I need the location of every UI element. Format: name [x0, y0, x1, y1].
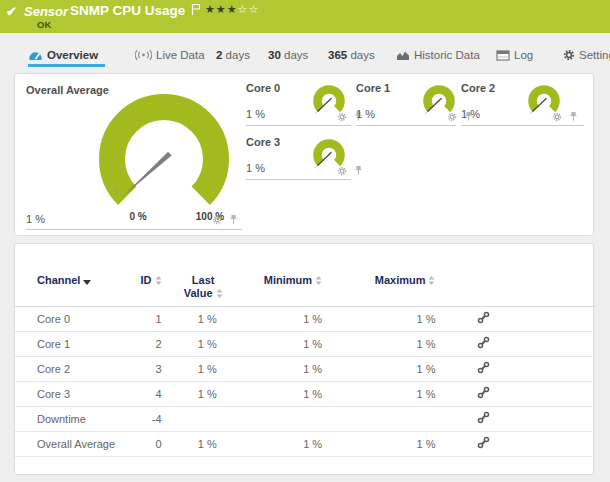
channel-maximum: 1 %: [336, 431, 449, 456]
sensor-status-badge: OK: [37, 19, 51, 30]
tab-30-days[interactable]: 30 days: [268, 49, 308, 61]
channel-last-value: 1 %: [176, 356, 231, 381]
status-ok-check-icon: ✔: [6, 4, 17, 19]
channel-name: Core 1: [15, 331, 125, 356]
priority-stars[interactable]: ★★★☆☆: [205, 3, 259, 16]
tab-live-data[interactable]: Live Data: [135, 49, 205, 61]
column-header-last-value[interactable]: Last Value: [176, 244, 231, 306]
gauge-value: 1 %: [246, 162, 265, 174]
channel-id: 1: [125, 306, 175, 331]
column-header-settings: [449, 244, 595, 306]
table-row-core-2: Core 2 3 1 % 1 % 1 %: [15, 356, 595, 381]
gauge-value: 1 %: [461, 108, 480, 120]
tab-365-days-number: 365: [328, 49, 347, 61]
tab-log-label: Log: [514, 49, 533, 61]
priority-stars-filled: ★★★: [205, 3, 238, 15]
tab-2-days-number: 2: [216, 49, 222, 61]
channel-minimum: 1 %: [231, 331, 336, 356]
column-header-id[interactable]: ID: [125, 244, 175, 306]
gear-icon: [563, 49, 575, 61]
tab-2-days[interactable]: 2 days: [216, 49, 250, 61]
gauge-cell-core-2: Core 2 1 %: [461, 82, 584, 126]
sensor-title: SNMP CPU Usage: [70, 3, 185, 18]
channel-minimum: 1 %: [231, 431, 336, 456]
channel-gear-icon[interactable]: [337, 112, 347, 122]
wrench-icon[interactable]: [477, 311, 490, 324]
column-header-maximum[interactable]: Maximum: [336, 244, 449, 306]
gauge-icon: [28, 49, 43, 61]
channel-maximum: 1 %: [336, 356, 449, 381]
table-header-row: Channel ID Last Value Minimum Maximum: [15, 244, 595, 306]
tab-live-data-label: Live Data: [156, 49, 205, 61]
gauge-label: Core 0: [246, 82, 280, 94]
channel-last-value: 1 %: [176, 381, 231, 406]
pin-icon[interactable]: [354, 165, 363, 176]
tab-historic-data[interactable]: Historic Data: [396, 49, 480, 61]
core-gauges-grid: Core 0 1 % Core 1: [246, 82, 589, 180]
table-row-core-0: Core 0 1 1 % 1 % 1 %: [15, 306, 595, 331]
channel-name: Downtime: [15, 406, 125, 431]
channel-last-value: 1 %: [176, 306, 231, 331]
gauge-cell-core-0: Core 0 1 %: [246, 82, 351, 126]
channel-gear-icon[interactable]: [337, 166, 347, 176]
channel-maximum: 1 %: [336, 381, 449, 406]
gauge-value: 1 %: [26, 213, 45, 225]
pin-icon[interactable]: [569, 111, 578, 122]
column-header-minimum[interactable]: Minimum: [231, 244, 336, 306]
wrench-icon[interactable]: [477, 386, 490, 399]
tab-settings[interactable]: Settings: [563, 49, 610, 61]
gauge-value: 1 %: [246, 108, 265, 120]
column-header-maximum-label: Maximum: [375, 274, 426, 286]
wrench-icon[interactable]: [477, 436, 490, 449]
column-header-value-label: Value: [184, 287, 213, 299]
tab-overview[interactable]: Overview: [28, 49, 98, 61]
flag-icon[interactable]: [191, 3, 202, 18]
gauge-value: 1 %: [356, 108, 375, 120]
channel-minimum: 1 %: [231, 306, 336, 331]
channel-maximum: [336, 406, 449, 431]
tab-bar: Overview Live Data 2 days 30 days 365 da…: [0, 33, 610, 73]
column-header-channel-label: Channel: [37, 274, 80, 286]
channel-minimum: 1 %: [231, 381, 336, 406]
sorted-desc-icon: [83, 280, 91, 285]
wrench-icon[interactable]: [477, 336, 490, 349]
channel-gear-icon[interactable]: [552, 112, 562, 122]
gauge-label: Core 1: [356, 82, 390, 94]
gauge-min-label: 0 %: [118, 211, 158, 222]
priority-stars-empty: ☆☆: [238, 3, 260, 15]
column-header-id-label: ID: [141, 274, 152, 286]
tab-log[interactable]: Log: [496, 49, 533, 61]
wrench-icon[interactable]: [477, 411, 490, 424]
channel-last-value: [176, 406, 231, 431]
column-header-channel[interactable]: Channel: [15, 244, 125, 306]
channel-gear-icon[interactable]: [212, 215, 222, 225]
tab-30-days-unit: days: [284, 49, 308, 61]
tab-settings-label: Settings: [579, 49, 610, 61]
table-row-overall-average: Overall Average 0 1 % 1 % 1 %: [15, 431, 595, 456]
sort-icon: [315, 276, 322, 285]
tab-2-days-unit: days: [226, 49, 250, 61]
channel-name: Core 3: [15, 381, 125, 406]
channel-name: Core 0: [15, 306, 125, 331]
channel-minimum: 1 %: [231, 356, 336, 381]
tab-365-days-unit: days: [350, 49, 374, 61]
sort-icon: [155, 276, 162, 285]
sort-icon: [428, 276, 435, 285]
pin-icon[interactable]: [229, 214, 238, 225]
channel-name: Overall Average: [15, 431, 125, 456]
tab-365-days[interactable]: 365 days: [328, 49, 375, 61]
channel-maximum: 1 %: [336, 306, 449, 331]
channels-table: Channel ID Last Value Minimum Maximum: [15, 244, 595, 457]
table-row-downtime: Downtime -4: [15, 406, 595, 431]
channel-gear-icon[interactable]: [447, 112, 457, 122]
tab-30-days-number: 30: [268, 49, 281, 61]
overall-average-gauge: 1: [89, 94, 239, 216]
wrench-icon[interactable]: [477, 361, 490, 374]
column-header-last-label: Last: [192, 274, 215, 286]
channel-maximum: 1 %: [336, 331, 449, 356]
area-chart-icon: [396, 50, 410, 61]
gauge-label: Core 3: [246, 136, 280, 148]
column-header-minimum-label: Minimum: [264, 274, 312, 286]
table-row-core-1: Core 1 2 1 % 1 % 1 %: [15, 331, 595, 356]
channels-panel: Channel ID Last Value Minimum Maximum: [14, 243, 594, 475]
